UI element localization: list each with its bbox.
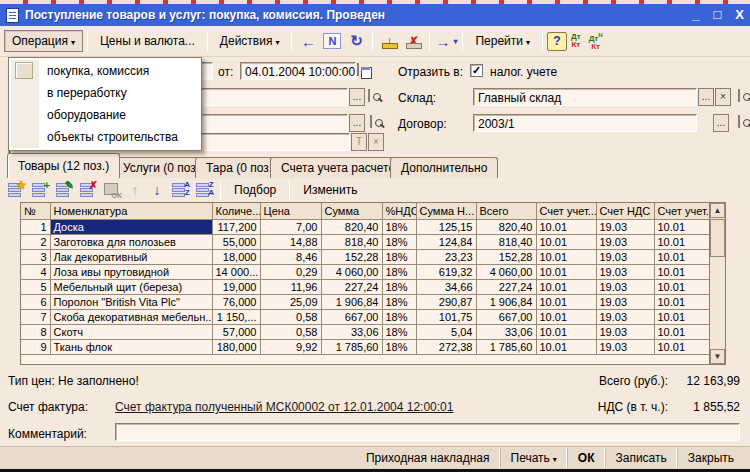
menu-item-equipment[interactable]: оборудование bbox=[9, 104, 201, 126]
ok-button[interactable]: ОК bbox=[567, 448, 605, 468]
table-cell[interactable]: 18% bbox=[382, 249, 416, 264]
table-cell[interactable]: 33,06 bbox=[321, 324, 382, 339]
scroll-down-icon[interactable]: ▼ bbox=[710, 349, 725, 364]
table-cell[interactable]: 19.03 bbox=[596, 219, 654, 234]
table-cell[interactable]: 19.03 bbox=[596, 249, 654, 264]
table-cell[interactable]: 19.03 bbox=[596, 264, 654, 279]
table-cell[interactable]: 152,28 bbox=[476, 249, 536, 264]
sort-descending-icon[interactable]: ZA bbox=[194, 181, 214, 199]
table-cell[interactable]: 7,00 bbox=[260, 219, 321, 234]
table-cell[interactable]: 19.03 bbox=[596, 234, 654, 249]
set-interval-icon[interactable]: N bbox=[321, 31, 343, 51]
table-cell[interactable]: 667,00 bbox=[321, 309, 382, 324]
table-cell[interactable]: 25,09 bbox=[260, 294, 321, 309]
table-cell[interactable]: 9 bbox=[21, 339, 50, 354]
maximize-icon[interactable]: □ bbox=[713, 7, 721, 23]
close-icon[interactable]: X bbox=[735, 7, 744, 23]
table-cell[interactable]: 5,04 bbox=[416, 324, 476, 339]
table-cell[interactable]: Скотч bbox=[50, 324, 212, 339]
receipt-invoice-button[interactable]: Приходная накладная bbox=[356, 448, 500, 468]
actions-menu-button[interactable]: Действия▾ bbox=[212, 30, 288, 52]
post-document-icon[interactable]: ↓ bbox=[378, 31, 400, 51]
tab-goods[interactable]: Товары (12 поз.) bbox=[7, 153, 120, 178]
table-cell[interactable]: 10.01 bbox=[536, 324, 596, 339]
table-cell[interactable]: 1 906,84 bbox=[476, 294, 536, 309]
table-cell[interactable]: Лоза ивы прутовидной bbox=[50, 264, 212, 279]
table-cell[interactable]: 10.01 bbox=[536, 219, 596, 234]
table-cell[interactable]: 9,92 bbox=[260, 339, 321, 354]
clear-icon[interactable]: × bbox=[368, 133, 384, 151]
open-magnifier-icon[interactable] bbox=[370, 115, 372, 128]
contract-field[interactable]: 2003/1 bbox=[473, 114, 697, 132]
table-cell[interactable]: 227,24 bbox=[476, 279, 536, 294]
cancel-posting-icon[interactable]: ✗ bbox=[402, 31, 424, 51]
print-menu-button[interactable]: Печать▾ bbox=[500, 448, 567, 468]
table-cell[interactable]: Поролон "British Vita Plc" bbox=[50, 294, 212, 309]
table-cell[interactable]: 10.01 bbox=[536, 294, 596, 309]
table-cell[interactable]: 4 bbox=[21, 264, 50, 279]
table-cell[interactable]: 10.01 bbox=[654, 324, 710, 339]
table-cell[interactable]: 124,84 bbox=[416, 234, 476, 249]
table-cell[interactable]: 10.01 bbox=[654, 309, 710, 324]
table-cell[interactable]: 2 bbox=[21, 234, 50, 249]
table-cell[interactable]: 76,000 bbox=[212, 294, 260, 309]
table-cell[interactable]: 0,29 bbox=[260, 264, 321, 279]
operation-menu-button[interactable]: Операция▾ bbox=[4, 30, 83, 52]
tab-additional[interactable]: Дополнительно bbox=[390, 157, 498, 178]
table-cell[interactable]: 10.01 bbox=[536, 234, 596, 249]
table-cell[interactable]: 8,46 bbox=[260, 249, 321, 264]
table-cell[interactable]: 10.01 bbox=[536, 309, 596, 324]
table-cell[interactable]: 19.03 bbox=[596, 324, 654, 339]
invoice-link[interactable]: Счет фактура полученный МСК00002 от 12.0… bbox=[115, 400, 453, 414]
table-cell[interactable]: Скоба декоративная мебельн... bbox=[50, 309, 212, 324]
table-cell[interactable]: 19.03 bbox=[596, 309, 654, 324]
table-cell[interactable]: 0,58 bbox=[260, 324, 321, 339]
edit-row-icon[interactable]: ✎ bbox=[54, 181, 74, 199]
open-magnifier-icon[interactable] bbox=[738, 115, 740, 128]
comment-field[interactable] bbox=[115, 423, 740, 441]
pick-button[interactable]: Подбор bbox=[225, 180, 285, 200]
table-cell[interactable]: 14 000... bbox=[212, 264, 260, 279]
calendar-icon[interactable] bbox=[357, 63, 359, 76]
menu-item-construction-objects[interactable]: объекты строительства bbox=[9, 126, 201, 148]
table-cell[interactable]: 18% bbox=[382, 264, 416, 279]
choose-button[interactable]: ... bbox=[713, 114, 729, 132]
table-cell[interactable]: 18% bbox=[382, 294, 416, 309]
table-cell[interactable]: 23,23 bbox=[416, 249, 476, 264]
table-cell[interactable]: 19.03 bbox=[596, 339, 654, 354]
table-cell[interactable]: 10.01 bbox=[654, 219, 710, 234]
table-cell[interactable]: 152,28 bbox=[321, 249, 382, 264]
column-header[interactable]: Сумма Н... bbox=[416, 203, 476, 219]
vertical-scrollbar[interactable]: ▲ ▼ bbox=[709, 202, 726, 365]
delete-row-icon[interactable]: ✗ bbox=[78, 181, 98, 199]
table-cell[interactable]: 1 bbox=[21, 219, 50, 234]
help-icon[interactable]: ? bbox=[547, 32, 567, 51]
column-header[interactable]: Номенклатура bbox=[50, 203, 212, 219]
column-header[interactable]: Сумма bbox=[321, 203, 382, 219]
table-cell[interactable]: 4 060,00 bbox=[321, 264, 382, 279]
table-cell[interactable]: 19,000 bbox=[212, 279, 260, 294]
table-cell[interactable]: 19.03 bbox=[596, 279, 654, 294]
table-cell[interactable]: Ткань флок bbox=[50, 339, 212, 354]
copy-row-icon[interactable]: + bbox=[30, 181, 50, 199]
column-header[interactable]: Количе... bbox=[212, 203, 260, 219]
table-cell[interactable]: 10.01 bbox=[654, 264, 710, 279]
column-header[interactable]: %НДС bbox=[382, 203, 416, 219]
table-cell[interactable]: 101,75 bbox=[416, 309, 476, 324]
tax-postings-dtkt-icon[interactable]: ДтНКт bbox=[589, 31, 603, 51]
table-cell[interactable]: 272,38 bbox=[416, 339, 476, 354]
save-button[interactable]: Записать bbox=[605, 448, 677, 468]
column-header[interactable]: Цена bbox=[260, 203, 321, 219]
table-cell[interactable]: 55,000 bbox=[212, 234, 260, 249]
table-cell[interactable]: 290,87 bbox=[416, 294, 476, 309]
sort-ascending-icon[interactable]: AZ bbox=[170, 181, 190, 199]
table-cell[interactable]: 227,24 bbox=[321, 279, 382, 294]
previous-document-icon[interactable]: ← bbox=[297, 31, 319, 51]
table-cell[interactable]: 619,32 bbox=[416, 264, 476, 279]
postings-dtkt-icon[interactable]: ДтКт bbox=[571, 33, 581, 49]
choose-button[interactable]: ... bbox=[349, 114, 365, 132]
move-up-icon[interactable]: ↑ bbox=[126, 181, 144, 199]
table-cell[interactable]: 820,40 bbox=[321, 219, 382, 234]
table-cell[interactable]: 10.01 bbox=[536, 264, 596, 279]
table-cell[interactable]: 818,40 bbox=[476, 234, 536, 249]
